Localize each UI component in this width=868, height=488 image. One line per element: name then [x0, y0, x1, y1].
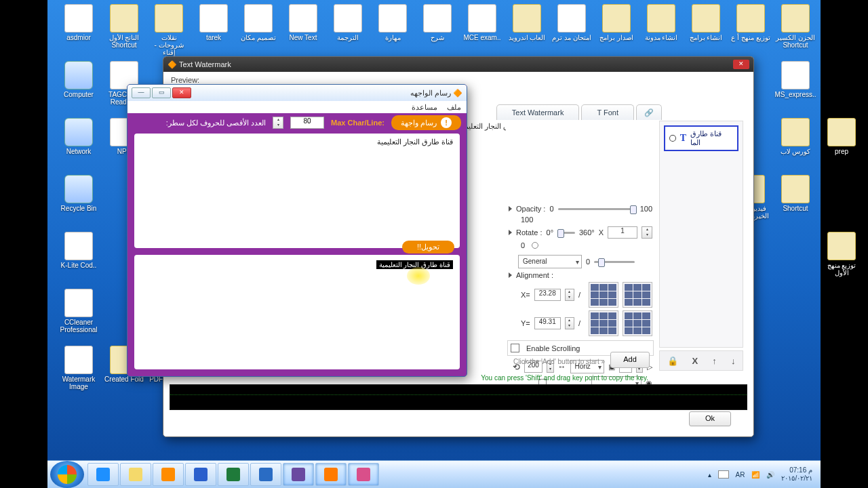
- rotate-keyframe-icon[interactable]: [532, 242, 538, 249]
- tab-font[interactable]: T Font: [581, 104, 634, 120]
- menu-file[interactable]: ملف: [447, 103, 461, 112]
- input-pane[interactable]: قناة طارق النجار التعليمية: [134, 134, 460, 248]
- close-icon[interactable]: ✕: [733, 60, 749, 69]
- y-input[interactable]: 49.31: [534, 317, 561, 329]
- watermark-list-item[interactable]: T قناة طارق الما: [664, 125, 738, 151]
- spinner[interactable]: ▴▾: [565, 289, 574, 301]
- taskbar-app-word[interactable]: [185, 463, 216, 486]
- desktop-icon[interactable]: MS_express..: [774, 61, 816, 98]
- expand-icon[interactable]: [509, 230, 512, 235]
- desktop-icon[interactable]: توزيع منهج الأول: [821, 232, 863, 277]
- windows-logo-icon: [58, 465, 77, 484]
- ok-button[interactable]: Ok: [689, 411, 731, 426]
- taskbar-app-explorer[interactable]: [120, 463, 151, 486]
- lang-indicator[interactable]: AR: [736, 471, 745, 479]
- volume-icon[interactable]: 🔊: [766, 471, 774, 479]
- expand-icon[interactable]: [509, 272, 512, 278]
- window-titlebar[interactable]: 🔶 Text Watermark ✕: [163, 57, 753, 72]
- window-titlebar[interactable]: 🔶 رسام الواجهه — ▭ ✕: [127, 85, 467, 101]
- icon-label: CCleaner Professional: [58, 319, 100, 333]
- rotate-slider[interactable]: [557, 232, 575, 234]
- align-grid-3[interactable]: [589, 310, 618, 336]
- spinner[interactable]: ▴▾: [565, 317, 574, 329]
- desktop-icon[interactable]: MCE exam..: [461, 4, 503, 41]
- taskbar-app-firefox[interactable]: [315, 463, 347, 486]
- folder-icon: [289, 4, 317, 33]
- lock-icon[interactable]: 🔒: [667, 356, 678, 366]
- output-pane[interactable]: قناة طارق النجار التعليمية: [134, 255, 460, 369]
- desktop-icon[interactable]: مهارة: [372, 4, 414, 41]
- icon-label: Recycle Bin: [58, 205, 100, 212]
- desktop-icon[interactable]: Shortcut: [774, 175, 816, 212]
- taskbar: ▴ AR 📶 🔊 07:16 م ٢٠١٥/٠٢/٢١: [47, 460, 821, 488]
- move-down-icon[interactable]: ↓: [731, 356, 736, 366]
- opacity-slider[interactable]: [558, 208, 636, 210]
- network-icon[interactable]: 📶: [751, 471, 760, 479]
- close-icon[interactable]: ✕: [172, 87, 191, 98]
- desktop-icon[interactable]: توزيع منهج أ ع: [730, 4, 772, 41]
- tray-chevron-icon[interactable]: ▴: [708, 471, 711, 479]
- desktop-icon[interactable]: الناتج الأول Shortcut: [103, 4, 145, 49]
- delete-icon[interactable]: X: [692, 356, 698, 366]
- desktop-icon[interactable]: CCleaner Professional: [58, 289, 100, 333]
- desktop-icon[interactable]: asdmior: [58, 4, 100, 41]
- convert-button[interactable]: !!تحويل: [402, 241, 454, 253]
- desktop-icon[interactable]: شرح: [416, 4, 458, 41]
- blend-mode-select[interactable]: General: [518, 255, 582, 268]
- desktop-icon[interactable]: كورس لاب: [774, 118, 816, 155]
- desktop-icon[interactable]: Network: [58, 118, 100, 155]
- folder-icon: [781, 175, 810, 203]
- system-tray[interactable]: ▴ AR 📶 🔊 07:16 م ٢٠١٥/٠٢/٢١: [700, 466, 821, 483]
- taskbar-app-cmd[interactable]: [250, 463, 281, 486]
- timeline[interactable]: [170, 384, 747, 410]
- icon-label: توزيع منهج الأول: [821, 262, 863, 277]
- taskbar-app-app1[interactable]: [283, 463, 314, 486]
- add-button[interactable]: Add: [610, 352, 650, 368]
- desktop-icon[interactable]: امتحان مد ترم: [551, 4, 593, 41]
- taskbar-app-wmp[interactable]: [153, 463, 184, 486]
- spinner[interactable]: ▴▾: [642, 226, 652, 239]
- start-button[interactable]: [50, 461, 84, 488]
- desktop-icon[interactable]: الحزن الكسير Shortcut: [774, 4, 816, 49]
- desktop-icon[interactable]: Recycle Bin: [58, 175, 100, 212]
- desktop-icon[interactable]: انشاء برامج: [685, 4, 727, 41]
- icon-label: شرح: [416, 34, 458, 41]
- lang-flag-icon[interactable]: [718, 470, 729, 479]
- desktop-icon[interactable]: New Text: [282, 4, 324, 41]
- align-grid-1[interactable]: [589, 282, 618, 308]
- desktop-icon[interactable]: K-Lite Cod..: [58, 232, 100, 269]
- desktop-icon[interactable]: نقلات شروحات - إقناء: [148, 4, 190, 56]
- taskbar-app-app2[interactable]: [348, 463, 379, 486]
- scroll-checkbox[interactable]: [511, 344, 519, 352]
- tab-link-icon[interactable]: 🔗: [636, 104, 662, 120]
- move-up-icon[interactable]: ↑: [712, 356, 717, 366]
- taskbar-app-ie[interactable]: [87, 463, 119, 486]
- rotate-times-input[interactable]: 1: [608, 226, 637, 239]
- minimize-icon[interactable]: —: [132, 87, 151, 98]
- desktop-icon[interactable]: تصميم مكان: [237, 4, 279, 41]
- scroll-label: Enable Scrolling: [526, 344, 580, 352]
- desktop-icon[interactable]: الترجمة: [327, 4, 369, 41]
- opacity-value: 100: [521, 216, 533, 224]
- desktop-icon[interactable]: العاب اندرويد: [506, 4, 548, 41]
- app1-icon: [292, 468, 305, 481]
- tab-text-watermark[interactable]: Text Watermark: [496, 104, 580, 120]
- max-char-input[interactable]: 80: [290, 117, 324, 129]
- desktop-icon[interactable]: Computer: [58, 61, 100, 98]
- maximize-icon[interactable]: ▭: [152, 87, 171, 98]
- align-grid-4[interactable]: [623, 310, 652, 336]
- desktop-icon[interactable]: اصدار برامج: [595, 4, 637, 41]
- general-slider[interactable]: [594, 261, 635, 263]
- desktop-icon[interactable]: prep: [821, 118, 863, 155]
- desktop-icon[interactable]: انشاء مدونة: [640, 4, 682, 41]
- taskbar-app-excel[interactable]: [218, 463, 249, 486]
- expand-icon[interactable]: [509, 206, 512, 211]
- clock[interactable]: 07:16 م ٢٠١٥/٠٢/٢١: [781, 466, 812, 483]
- desktop-icon[interactable]: Watermark Image: [58, 346, 100, 390]
- menu-help[interactable]: مساعدة: [412, 103, 437, 112]
- radio-icon[interactable]: [669, 135, 676, 142]
- desktop-icon[interactable]: tarek: [193, 4, 235, 41]
- align-grid-2[interactable]: [623, 282, 652, 308]
- x-input[interactable]: 23.28: [534, 289, 561, 301]
- spinner[interactable]: ▴▾: [273, 117, 283, 129]
